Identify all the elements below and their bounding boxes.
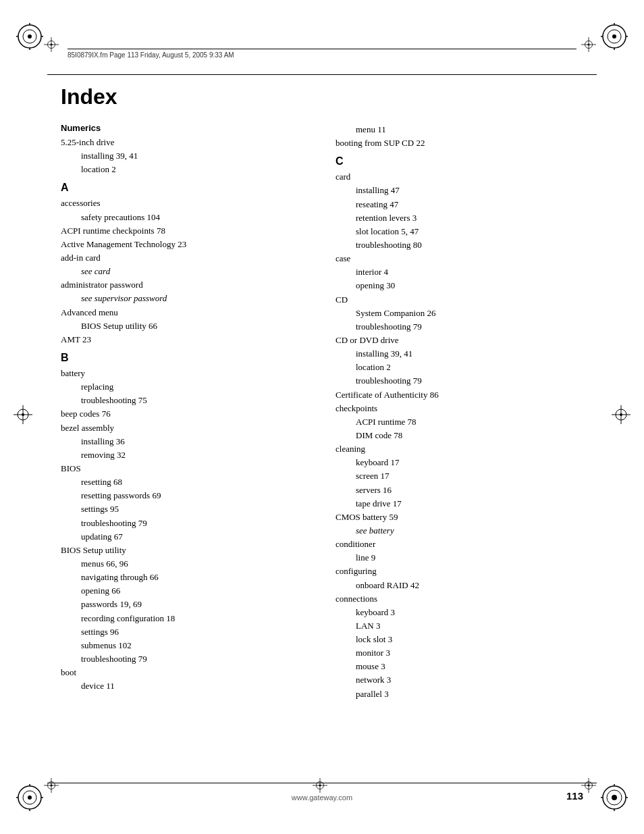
svg-point-2 [28,34,32,38]
entry-advanced-menu: Advanced menu BIOS Setup utility 66 [61,306,308,333]
entry-card: card installing 47 reseating 47 retentio… [336,170,583,252]
section-c: C [336,155,583,167]
footer-url: www.gateway.com [292,793,352,802]
svg-point-9 [612,34,616,38]
file-info: 85I0879IX.fm Page 113 Friday, August 5, … [68,51,234,59]
entry-acpi: ACPI runtime checkpoints 78 [61,224,308,238]
entry-cd-dvd: CD or DVD drive installing 39, 41 locati… [336,334,583,388]
page-number: 113 [566,790,583,802]
main-content: Index Numerics 5.25-inch drive installin… [61,78,583,780]
entry-booting-sup: booting from SUP CD 22 [336,136,583,150]
entry-admin-password: administrator password see supervisor pa… [61,278,308,305]
entry-bios-setup: BIOS Setup utility menus 66, 96 navigati… [61,544,308,666]
rule-top [47,74,597,75]
entry-connections: connections keyboard 3 LAN 3 lock slot 3… [336,592,583,701]
entry-conditioner: conditioner line 9 [336,538,583,565]
entry-cd: CD System Companion 26 troubleshooting 7… [336,293,583,334]
entry-boot-cont: menu 11 [336,123,583,136]
entry-configuring: configuring onboard RAID 42 [336,565,583,592]
reg-mark-tl [44,37,63,56]
section-numerics: Numerics [61,123,308,133]
corner-decoration-tr [598,20,630,53]
page-title: Index [61,84,583,109]
entry-cleaning: cleaning keyboard 17 screen 17 servers 1… [336,442,583,511]
entry-certificate: Certificate of Authenticity 86 [336,388,583,402]
right-column: menu 11 booting from SUP CD 22 C card in… [336,123,583,701]
entry-boot: boot device 11 [61,666,308,693]
header-bar: 85I0879IX.fm Page 113 Friday, August 5, … [68,49,576,59]
index-columns: Numerics 5.25-inch drive installing 39, … [61,123,583,701]
entry-525-drive: 5.25-inch drive installing 39, 41 locati… [61,136,308,176]
entry-case: case interior 4 opening 30 [336,252,583,292]
entry-bios: BIOS resetting 68 resetting passwords 69… [61,462,308,544]
page: 85I0879IX.fm Page 113 Friday, August 5, … [0,0,644,834]
section-a: A [61,182,308,194]
left-column: Numerics 5.25-inch drive installing 39, … [61,123,308,701]
footer: www.gateway.com [0,793,644,802]
corner-decoration-tl [14,20,46,53]
entry-amt: AMT 23 [61,333,308,346]
entry-cmos-battery: CMOS battery 59 see battery [336,511,583,538]
reg-mark-ml [14,405,32,424]
entry-addin-card: add-in card see card [61,251,308,278]
entry-checkpoints: checkpoints ACPI runtime 78 DIM code 78 [336,402,583,442]
entry-beep-codes: beep codes 76 [61,407,308,421]
rule-bottom [47,783,597,783]
reg-mark-mr [612,405,630,424]
reg-mark-tr [581,37,600,56]
entry-bezel-assembly: bezel assembly installing 36 removing 32 [61,421,308,462]
entry-battery: battery replacing troubleshooting 75 [61,367,308,407]
section-b: B [61,352,308,364]
entry-amt-tech: Active Management Technology 23 [61,238,308,251]
entry-accessories: accessories safety precautions 104 [61,197,308,224]
